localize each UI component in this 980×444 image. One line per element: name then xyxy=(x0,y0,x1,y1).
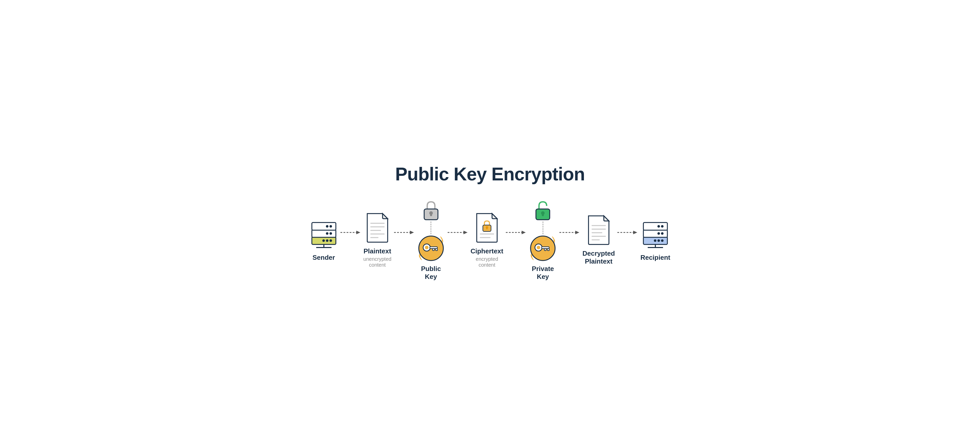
decrypted-label: Decrypted Plaintext xyxy=(582,250,615,266)
green-lock-icon xyxy=(534,200,552,221)
svg-point-9 xyxy=(326,225,328,228)
recipient-node: Recipient xyxy=(640,219,670,261)
svg-point-44 xyxy=(537,246,540,249)
svg-rect-64 xyxy=(643,223,667,230)
public-key-icon xyxy=(417,234,445,262)
page-title: Public Key Encryption xyxy=(395,164,585,185)
private-key-dashed-line xyxy=(542,221,543,234)
plaintext-node: Plaintext unencrypted content xyxy=(363,213,391,268)
decrypted-node: Decrypted Plaintext xyxy=(582,215,615,266)
private-key-icon xyxy=(529,234,557,262)
private-key-group: Private Key xyxy=(529,200,557,281)
svg-point-62 xyxy=(661,232,663,235)
svg-rect-29 xyxy=(433,248,434,251)
arrow-1 xyxy=(340,229,361,251)
svg-point-26 xyxy=(425,246,428,249)
public-key-dashed-line xyxy=(431,221,431,234)
ciphertext-icon xyxy=(475,213,499,243)
svg-rect-7 xyxy=(312,223,336,230)
svg-marker-20 xyxy=(410,231,414,234)
svg-point-2 xyxy=(326,239,328,242)
svg-rect-61 xyxy=(643,230,667,237)
arrow-3 xyxy=(448,229,468,251)
svg-rect-4 xyxy=(312,230,336,237)
arrow-5 xyxy=(559,229,580,251)
arrow-2 xyxy=(394,229,414,251)
svg-rect-23 xyxy=(430,213,432,216)
svg-rect-34 xyxy=(486,228,488,229)
svg-point-66 xyxy=(657,225,660,228)
svg-marker-56 xyxy=(633,231,637,234)
sender-label: Sender xyxy=(313,254,335,261)
ciphertext-node: Ciphertext encrypted content xyxy=(471,213,504,268)
svg-point-6 xyxy=(326,232,328,235)
diagram: Sender xyxy=(311,200,669,281)
arrow-4 xyxy=(506,229,526,251)
svg-rect-41 xyxy=(542,213,544,216)
svg-point-8 xyxy=(329,225,332,228)
public-key-group: Public Key xyxy=(417,200,445,281)
svg-marker-31 xyxy=(463,231,468,234)
private-key-label: Private Key xyxy=(529,265,557,281)
svg-point-3 xyxy=(322,239,325,242)
recipient-icon xyxy=(641,219,670,250)
svg-rect-47 xyxy=(544,248,546,251)
sender-icon xyxy=(310,219,338,250)
svg-point-59 xyxy=(657,239,660,242)
svg-point-63 xyxy=(657,232,660,235)
decrypted-icon xyxy=(587,215,611,245)
svg-point-58 xyxy=(661,239,663,242)
recipient-label: Recipient xyxy=(640,254,670,261)
gray-lock-icon xyxy=(422,200,440,221)
svg-point-5 xyxy=(329,232,332,235)
svg-marker-49 xyxy=(575,231,579,234)
sender-node: Sender xyxy=(310,219,338,261)
page-container: Public Key Encryption xyxy=(311,164,669,281)
svg-point-60 xyxy=(654,239,656,242)
svg-marker-38 xyxy=(522,231,526,234)
ciphertext-label: Ciphertext encrypted content xyxy=(471,247,504,268)
public-key-label: Public Key xyxy=(417,265,445,281)
svg-rect-28 xyxy=(436,248,438,251)
plaintext-icon xyxy=(365,213,390,243)
svg-point-1 xyxy=(329,239,332,242)
svg-rect-46 xyxy=(547,248,549,251)
arrow-6 xyxy=(617,229,638,251)
svg-marker-13 xyxy=(356,231,360,234)
svg-point-65 xyxy=(661,225,663,228)
plaintext-label: Plaintext unencrypted content xyxy=(363,247,391,268)
